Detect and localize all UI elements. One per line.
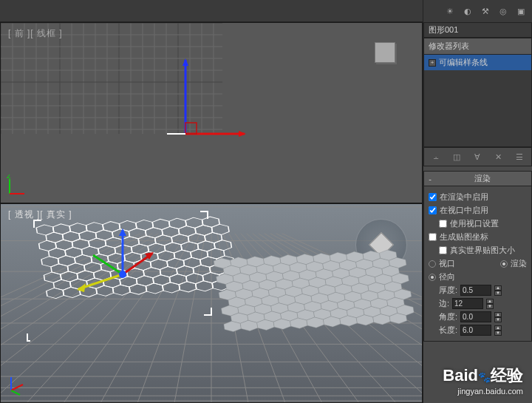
spinner-thickness[interactable]: ▲▼ — [494, 285, 502, 296]
rollup-title: 渲染 — [434, 173, 530, 184]
axis-tripod-front: z — [7, 175, 29, 197]
input-angle[interactable] — [460, 311, 491, 322]
viewport-label-perspective[interactable]: [ 透视 ][ 真实 ] — [8, 209, 72, 221]
sun-icon[interactable]: ☀ — [443, 4, 457, 18]
chk-enable-renderer[interactable]: 在渲染中启用 — [429, 192, 527, 203]
modifier-stack[interactable]: + 可编辑样条线 — [423, 55, 532, 147]
radio-row-vp-render: 视口 渲染 — [429, 258, 527, 269]
radio-viewport[interactable] — [429, 260, 436, 268]
rollup-header[interactable]: - 渲染 — [424, 172, 531, 186]
watermark: Baid🐾经验 jingyan.baidu.com — [443, 365, 523, 396]
target-icon[interactable]: ◎ — [497, 4, 510, 18]
svg-point-111 — [119, 271, 126, 278]
object-name-field[interactable]: 图形001 — [423, 22, 532, 38]
command-panel: ☀ ◐ ⚒ ◎ ▣ 图形001 修改器列表 + 可编辑样条线 ⫠ ◫ ∀ ✕ ☰… — [423, 0, 532, 403]
svg-line-114 — [11, 390, 20, 395]
display-icon[interactable]: ▣ — [514, 4, 528, 18]
viewport-perspective[interactable]: [ 透视 ][ 真实 ] — [0, 203, 423, 403]
viewcube-front[interactable] — [363, 30, 407, 75]
modifier-stack-toolbar: ⫠ ◫ ∀ ✕ ☰ — [423, 147, 532, 166]
configure-icon[interactable]: ☰ — [514, 151, 525, 163]
spinner-sides[interactable]: ▲▼ — [486, 299, 494, 309]
remove-icon[interactable]: ✕ — [493, 151, 505, 163]
chk-realworld-map[interactable]: 真实世界贴图大小 — [439, 245, 527, 256]
spinner-length[interactable]: ▲▼ — [494, 325, 502, 336]
input-sides[interactable] — [452, 298, 483, 309]
rollup-rendering: - 渲染 在渲染中启用 在视口中启用 使用视口设置 生成贴图坐标 真实世界贴图大… — [423, 171, 532, 342]
modifier-list-dropdown[interactable]: 修改器列表 — [423, 38, 532, 55]
row-sides: 边: ▲▼ — [439, 298, 527, 309]
radio-radial[interactable]: 径向 — [429, 271, 527, 282]
svg-text:z: z — [7, 175, 11, 180]
chk-use-viewport-settings[interactable]: 使用视口设置 — [439, 218, 527, 229]
transform-gizmo-front[interactable] — [163, 53, 252, 141]
svg-marker-61 — [239, 131, 246, 137]
input-length[interactable] — [460, 325, 491, 336]
svg-rect-62 — [185, 123, 197, 134]
expand-icon[interactable]: + — [429, 59, 436, 67]
modifier-item-label: 可编辑样条线 — [439, 57, 488, 68]
row-angle: 角度: ▲▼ — [439, 311, 527, 322]
viewport-label-front[interactable]: [ 前 ][ 线框 ] — [8, 27, 63, 40]
show-icon[interactable]: ◫ — [451, 151, 463, 163]
hammer-icon[interactable]: ⚒ — [479, 4, 492, 18]
collapse-icon[interactable]: - — [426, 175, 434, 183]
viewport-front[interactable]: [ 前 ][ 线框 ] z — [0, 22, 423, 203]
panel-tab-icons: ☀ ◐ ⚒ ◎ ▣ — [423, 0, 532, 22]
unique-icon[interactable]: ∀ — [471, 151, 483, 163]
svg-marker-109 — [77, 283, 86, 292]
row-thickness: 厚度: ▲▼ — [439, 285, 527, 296]
svg-line-113 — [11, 385, 23, 390]
arc-icon[interactable]: ◐ — [461, 4, 474, 18]
input-thickness[interactable] — [460, 285, 491, 296]
chk-generate-mapping[interactable]: 生成贴图坐标 — [429, 231, 527, 243]
hex-mesh-wire[interactable] — [1, 204, 422, 402]
chk-enable-viewport[interactable]: 在视口中启用 — [429, 205, 527, 216]
modifier-item-editable-spline[interactable]: + 可编辑样条线 — [424, 55, 531, 70]
axis-tripod-perspective — [7, 374, 29, 396]
spinner-angle[interactable]: ▲▼ — [494, 312, 502, 322]
pin-icon[interactable]: ⫠ — [430, 151, 442, 163]
row-length: 长度: ▲▼ — [439, 325, 527, 336]
top-toolbar — [0, 0, 423, 22]
svg-marker-105 — [119, 228, 126, 236]
radio-renderer[interactable] — [500, 260, 508, 268]
svg-marker-59 — [183, 58, 188, 66]
